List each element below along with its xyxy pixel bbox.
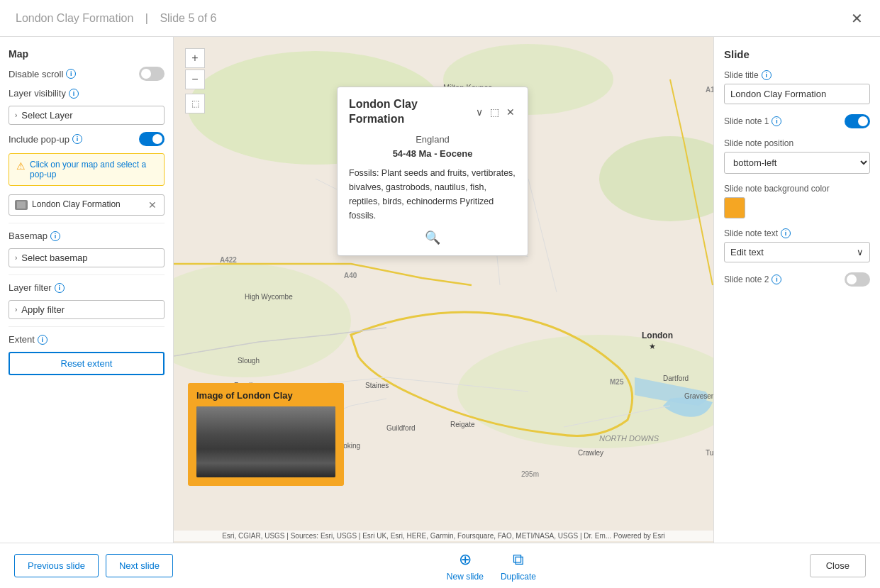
svg-text:NORTH DOWNS: NORTH DOWNS	[599, 434, 659, 443]
slide-note-text-value: Edit text	[730, 247, 764, 257]
slide-note-bg-color-swatch[interactable]	[724, 197, 745, 218]
slide-note2-info-icon[interactable]: i	[772, 274, 781, 284]
apply-filter-chevron-icon: ›	[15, 306, 17, 314]
slide-note-position-select[interactable]: bottom-left bottom-right top-left top-ri…	[724, 152, 870, 174]
apply-filter-row[interactable]: › Apply filter	[9, 300, 165, 319]
right-panel: Slide Slide title i Slide note 1 i Slide…	[713, 37, 880, 543]
slide-note-position-field: Slide note position bottom-left bottom-r…	[724, 138, 870, 174]
rock-image	[196, 406, 335, 477]
slide-note-text-label: Slide note text	[724, 228, 778, 238]
popup-warning-box[interactable]: ⚠ Click on your map and select a pop-up	[9, 153, 165, 186]
disable-scroll-info-icon[interactable]: i	[66, 69, 76, 79]
bottom-bar: Previous slide Next slide ⊕ New slide ⧉ …	[0, 543, 880, 588]
slide-note2-label: Slide note 2	[724, 274, 769, 284]
popup-minimize-button[interactable]: ∨	[474, 105, 484, 119]
map-controls: + − ⬚	[185, 48, 205, 113]
include-popup-toggle[interactable]	[139, 132, 165, 146]
include-popup-label: Include pop-up	[9, 134, 69, 145]
layer-filter-row: Layer filter i	[9, 282, 165, 293]
svg-text:★: ★	[649, 342, 656, 350]
title-text: London Clay Formation	[16, 12, 133, 24]
layer-filter-label: Layer filter	[9, 282, 52, 293]
popup-card-body: England 54-48 Ma - Eocene Fossils: Plant…	[349, 133, 516, 223]
popup-card: London Clay Formation ∨ ⬚ ✕ England 54-4…	[337, 87, 528, 256]
select-layer-chevron-icon: ›	[15, 111, 17, 119]
slide-title-info-icon[interactable]: i	[762, 70, 772, 80]
slide-note-position-label: Slide note position	[724, 138, 793, 148]
page-title: London Clay Formation | Slide 5 of 6	[11, 12, 221, 25]
svg-text:A422: A422	[220, 256, 237, 264]
disable-scroll-label: Disable scroll	[9, 69, 63, 79]
disable-scroll-toggle[interactable]	[139, 67, 165, 81]
svg-text:A1307: A1307	[706, 86, 713, 94]
image-card-title: Image of London Clay	[196, 390, 335, 401]
image-card: Image of London Clay	[188, 383, 344, 486]
map-attribution: Esri, CGIAR, USGS | Sources: Esri, USGS …	[174, 531, 713, 541]
include-popup-row: Include pop-up i	[9, 132, 165, 146]
slide-note-text-info-icon[interactable]: i	[781, 228, 791, 238]
slide-title-field: Slide title i	[724, 70, 870, 104]
popup-description: Fossils: Plant seeds and fruits, vertibr…	[349, 166, 516, 223]
popup-item-remove-button[interactable]: ✕	[147, 199, 158, 211]
bottom-nav-buttons: Previous slide Next slide	[14, 554, 173, 577]
slide-note2-toggle[interactable]	[845, 272, 870, 287]
popup-zoom-button[interactable]: 🔍	[349, 230, 516, 245]
layer-visibility-info-icon[interactable]: i	[69, 89, 79, 99]
svg-text:M25: M25	[610, 378, 624, 386]
popup-selected-item: London Clay Formation ✕	[9, 194, 165, 216]
next-slide-button[interactable]: Next slide	[106, 554, 173, 577]
slide-note1-toggle[interactable]	[845, 114, 870, 128]
duplicate-action[interactable]: ⧉ Duplicate	[501, 550, 536, 582]
close-button[interactable]: Close	[810, 554, 866, 577]
select-layer-row[interactable]: › Select Layer	[9, 106, 165, 125]
warning-icon: ⚠	[16, 160, 26, 172]
top-bar: London Clay Formation | Slide 5 of 6 ✕	[0, 0, 880, 37]
slide-note2-row: Slide note 2 i	[724, 272, 870, 287]
previous-slide-button[interactable]: Previous slide	[14, 554, 99, 577]
apply-filter-label: Apply filter	[21, 304, 65, 315]
new-slide-action[interactable]: ⊕ New slide	[447, 550, 484, 582]
svg-text:London: London	[642, 331, 673, 340]
new-slide-icon: ⊕	[459, 550, 472, 569]
svg-text:High Wycombe: High Wycombe	[245, 293, 293, 301]
extent-info-icon[interactable]: i	[38, 335, 48, 345]
zoom-in-button[interactable]: +	[185, 48, 205, 68]
popup-card-actions: ∨ ⬚ ✕	[474, 105, 516, 119]
svg-text:A40: A40	[344, 272, 357, 279]
extent-row: Extent i	[9, 334, 165, 345]
divider-1	[9, 223, 165, 223]
popup-item-icon	[15, 200, 28, 210]
slide-note-text-dropdown[interactable]: Edit text ∨	[724, 242, 870, 262]
slide-note-bg-color-field: Slide note background color	[724, 184, 870, 218]
duplicate-label: Duplicate	[501, 572, 536, 582]
svg-text:Dartford: Dartford	[663, 375, 689, 382]
popup-close-button[interactable]: ✕	[505, 105, 516, 119]
svg-text:Reigate: Reigate	[450, 421, 475, 428]
slide-note-bg-color-label: Slide note background color	[724, 184, 830, 194]
slide-title-input[interactable]	[724, 84, 870, 104]
slide-note1-info-icon[interactable]: i	[772, 116, 781, 126]
top-close-button[interactable]: ✕	[845, 7, 869, 30]
map-area[interactable]: Milton Keynes Bletchley Aylesbury Braint…	[174, 37, 713, 543]
svg-text:Crawley: Crawley	[578, 449, 603, 457]
reset-extent-button[interactable]: Reset extent	[9, 352, 165, 375]
slide-note2-slider	[845, 272, 870, 287]
select-basemap-row[interactable]: › Select basemap	[9, 248, 165, 267]
disable-scroll-row: Disable scroll i	[9, 67, 165, 81]
warning-text: Click on your map and select a pop-up	[30, 160, 157, 179]
svg-text:Tunbridge Wells: Tunbridge Wells	[706, 449, 713, 457]
zoom-out-button[interactable]: −	[185, 70, 205, 89]
layer-filter-info-icon[interactable]: i	[55, 283, 65, 293]
include-popup-info-icon[interactable]: i	[72, 134, 82, 144]
popup-item-name: London Clay Formation	[32, 199, 147, 211]
layer-visibility-row: Layer visibility i	[9, 88, 165, 99]
svg-text:Guildford: Guildford	[386, 424, 416, 432]
extent-button[interactable]: ⬚	[185, 94, 205, 113]
basemap-info-icon[interactable]: i	[50, 231, 60, 241]
svg-rect-0	[17, 201, 26, 209]
disable-scroll-slider	[139, 67, 165, 81]
layer-visibility-label: Layer visibility	[9, 88, 66, 99]
popup-expand-button[interactable]: ⬚	[489, 105, 501, 119]
basemap-label: Basemap	[9, 231, 48, 241]
left-panel: Map Disable scroll i Layer visibility i …	[0, 37, 174, 543]
